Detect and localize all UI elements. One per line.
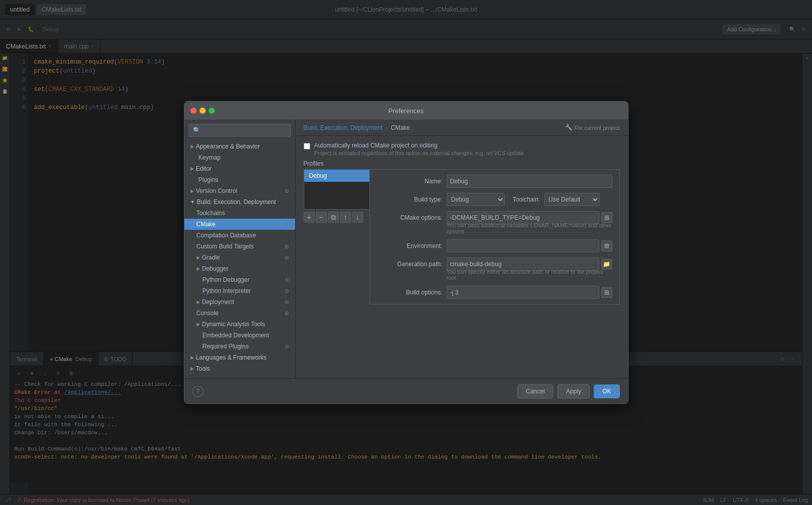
name-label: Name: [377,178,443,185]
nav-item-required-plugins[interactable]: Required Plugins ⚙ [184,341,295,352]
nav-item-toolchains[interactable]: Toolchains [184,208,295,219]
nav-item-python-debugger[interactable]: Python Debugger ⚙ [184,274,295,285]
build-type-select[interactable]: Debug Release RelWithDebInfo MinSizeRel [447,193,505,206]
toolchain-label: Toolchain: [513,196,540,203]
nav-item-embedded-dev[interactable]: Embedded Development [184,330,295,341]
preferences-nav: 🔍 ▶ Appearance & Behavior Keymap ▶ Edito… [184,120,296,378]
nav-item-editor[interactable]: ▶ Editor [184,163,295,174]
nav-item-debugger[interactable]: ▶ Debugger [184,263,295,274]
gen-path-group: Generation path: 📁 You can specify eithe… [377,258,612,281]
gen-path-label: Generation path: [377,261,443,268]
nav-item-plugins[interactable]: Plugins [184,174,295,185]
for-current-project-btn[interactable]: 🔧 For current project [565,124,620,131]
nav-deployment-sync-icon: ⚙ [284,299,289,305]
profile-copy-button[interactable]: ⧉ [328,212,339,223]
nav-search-input[interactable] [203,127,286,134]
breadcrumb-parent[interactable]: Build, Execution, Deployment [304,124,383,131]
nav-item-build[interactable]: ▼ Build, Execution, Deployment [184,196,295,208]
build-options-expand-btn[interactable]: ⊞ [601,287,612,298]
nav-item-cmake[interactable]: CMake ⚙ [184,219,295,230]
nav-item-compilation-db[interactable]: Compilation Database [184,230,295,241]
nav-item-appearance-label: Appearance & Behavior [196,143,260,150]
cmake-options-expand-btn[interactable]: ⊞ [601,212,612,223]
preferences-content: Build, Execution, Deployment › CMake 🔧 F… [296,120,628,378]
build-options-row: Build options: ⊞ [377,286,612,299]
environment-row: Environment: ⊞ [377,239,612,252]
nav-item-custom-build[interactable]: Custom Build Targets ⚙ [184,241,295,252]
profile-add-button[interactable]: + [304,212,315,223]
nav-triangle-appearance: ▶ [190,144,194,149]
name-field-row: Name: [377,175,612,188]
nav-custom-build-sync-icon: ⚙ [284,244,289,249]
nav-python-interp-sync-icon: ⚙ [284,288,289,294]
nav-gradle-sync-icon: ⚙ [284,255,289,261]
nav-item-debugger-label: Debugger [202,265,229,272]
auto-reload-sub: Project is reloaded regardless of this o… [314,150,524,156]
toolchain-select[interactable]: Use Default [544,193,600,206]
profile-down-button[interactable]: ↓ [352,212,363,223]
gen-path-browse-btn[interactable]: 📁 [601,259,612,270]
build-options-input[interactable] [447,286,599,299]
name-input[interactable] [447,175,612,188]
nav-triangle-deployment: ▶ [197,299,200,305]
nav-search-box[interactable]: 🔍 [188,124,291,137]
breadcrumb: Build, Execution, Deployment › CMake 🔧 F… [296,120,628,136]
nav-item-languages[interactable]: ▶ Languages & Frameworks [184,352,295,363]
nav-item-languages-label: Languages & Frameworks [196,354,267,361]
nav-item-tools[interactable]: ▶ Tools [184,363,295,374]
nav-item-console-label: Console [197,310,219,317]
help-button[interactable]: ? [193,386,204,397]
breadcrumb-current: CMake [391,124,410,131]
nav-item-appearance[interactable]: ▶ Appearance & Behavior [184,141,295,152]
environment-label: Environment: [377,242,443,249]
dialog-overlay: Preferences 🔍 ▶ Appearance & Behavior Ke… [0,0,812,505]
apply-button[interactable]: Apply [557,384,590,398]
profile-item-debug[interactable]: Debug [304,170,369,182]
profiles-area: Debug + − ⧉ ↑ ↓ [304,169,620,305]
build-options-label: Build options: [377,289,443,296]
cancel-button[interactable]: Cancel [517,384,553,398]
traffic-lights [190,108,215,114]
environment-input[interactable] [447,239,599,252]
nav-item-vcs-label: Version Control [196,187,237,194]
auto-reload-checkbox[interactable] [304,143,310,149]
profile-remove-button[interactable]: − [316,212,327,223]
nav-triangle-gradle: ▶ [197,255,200,260]
maximize-button[interactable] [209,108,215,114]
nav-item-keymap[interactable]: Keymap [184,152,295,163]
nav-item-python-interp[interactable]: Python Interpreter ⚙ [184,285,295,296]
search-icon: 🔍 [193,127,201,134]
cmake-options-label: CMake options: [377,214,443,221]
nav-item-dynamic-tools[interactable]: ▶ Dynamic Analysis Tools [184,319,295,330]
nav-item-console[interactable]: Console ⚙ [184,308,295,319]
nav-item-python-interp-label: Python Interpreter [203,287,251,294]
dialog-body: 🔍 ▶ Appearance & Behavior Keymap ▶ Edito… [184,120,628,378]
auto-reload-label: Automatically reload CMake project on ed… [314,142,524,149]
preferences-form: Automatically reload CMake project on ed… [296,136,628,378]
nav-item-required-plugins-label: Required Plugins [203,343,249,350]
nav-console-sync-icon: ⚙ [284,311,289,316]
nav-item-vcs[interactable]: ▶ Version Control ⚙ [184,185,295,196]
build-type-row: Build type: Debug Release RelWithDebInfo… [377,193,612,206]
profiles-label: Profiles [304,160,620,167]
cmake-fields-panel: Name: Build type: Debug Release RelWithD… [369,169,620,305]
environment-with-btn: ⊞ [447,239,612,252]
ok-button[interactable]: OK [594,384,619,398]
preferences-dialog: Preferences 🔍 ▶ Appearance & Behavior Ke… [184,101,629,404]
build-options-with-btn: ⊞ [447,286,612,299]
cmake-options-hint: You can pass additional variables (-DVAR… [377,222,612,234]
environment-expand-btn[interactable]: ⊞ [601,240,612,251]
minimize-button[interactable] [200,108,206,114]
nav-item-plugins-label: Plugins [199,176,218,183]
nav-item-deployment[interactable]: ▶ Deployment ⚙ [184,296,295,308]
nav-item-python-debugger-label: Python Debugger [203,276,250,283]
profile-up-button[interactable]: ↑ [340,212,351,223]
close-button[interactable] [190,108,197,114]
build-type-label: Build type: [377,196,443,203]
nav-triangle-build: ▼ [190,199,195,205]
nav-triangle-vcs: ▶ [190,188,194,193]
auto-reload-row: Automatically reload CMake project on ed… [304,142,620,156]
for-current-icon: 🔧 [565,124,572,131]
nav-item-embedded-dev-label: Embedded Development [203,332,269,339]
nav-item-gradle[interactable]: ▶ Gradle ⚙ [184,252,295,263]
